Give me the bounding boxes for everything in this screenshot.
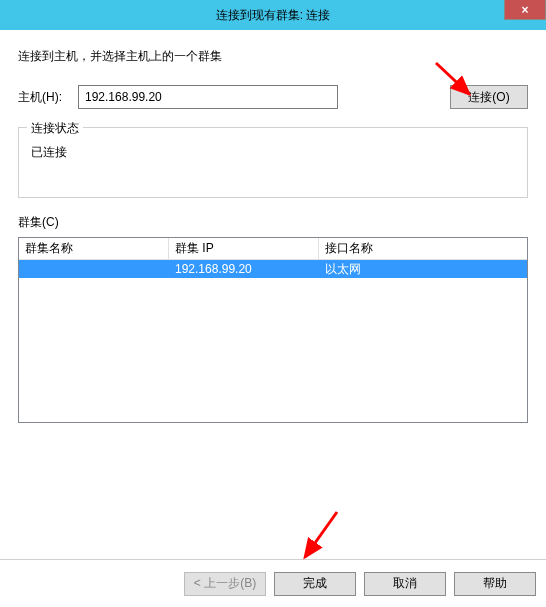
column-header-name[interactable]: 群集名称 [19,238,169,259]
host-label: 主机(H): [18,89,78,106]
cell-cluster-name [19,268,169,270]
close-icon: × [521,3,528,17]
cell-cluster-ip: 192.168.99.20 [169,261,319,277]
annotation-arrow-icon [295,507,345,567]
clusters-table: 群集名称 群集 IP 接口名称 192.168.99.20 以太网 [18,237,528,423]
column-header-interface[interactable]: 接口名称 [319,238,527,259]
table-header: 群集名称 群集 IP 接口名称 [19,238,527,260]
close-button[interactable]: × [504,0,546,20]
host-input[interactable] [78,85,338,109]
host-row: 主机(H): 连接(O) [18,85,528,109]
column-header-ip[interactable]: 群集 IP [169,238,319,259]
cancel-button[interactable]: 取消 [364,572,446,596]
instruction-text: 连接到主机，并选择主机上的一个群集 [18,48,528,65]
status-legend: 连接状态 [27,120,83,137]
connection-status-group: 连接状态 已连接 [18,127,528,198]
connect-button[interactable]: 连接(O) [450,85,528,109]
clusters-label: 群集(C) [18,214,528,231]
finish-button[interactable]: 完成 [274,572,356,596]
svg-line-3 [305,512,337,557]
help-button[interactable]: 帮助 [454,572,536,596]
button-bar: < 上一步(B) 完成 取消 帮助 [0,559,546,607]
back-button: < 上一步(B) [184,572,266,596]
table-row[interactable]: 192.168.99.20 以太网 [19,260,527,278]
window-title: 连接到现有群集: 连接 [216,7,331,24]
title-bar: 连接到现有群集: 连接 × [0,0,546,30]
cell-interface-name: 以太网 [319,260,527,279]
content-area: 连接到主机，并选择主机上的一个群集 主机(H): 连接(O) 连接状态 已连接 … [0,30,546,423]
status-text: 已连接 [29,138,517,167]
